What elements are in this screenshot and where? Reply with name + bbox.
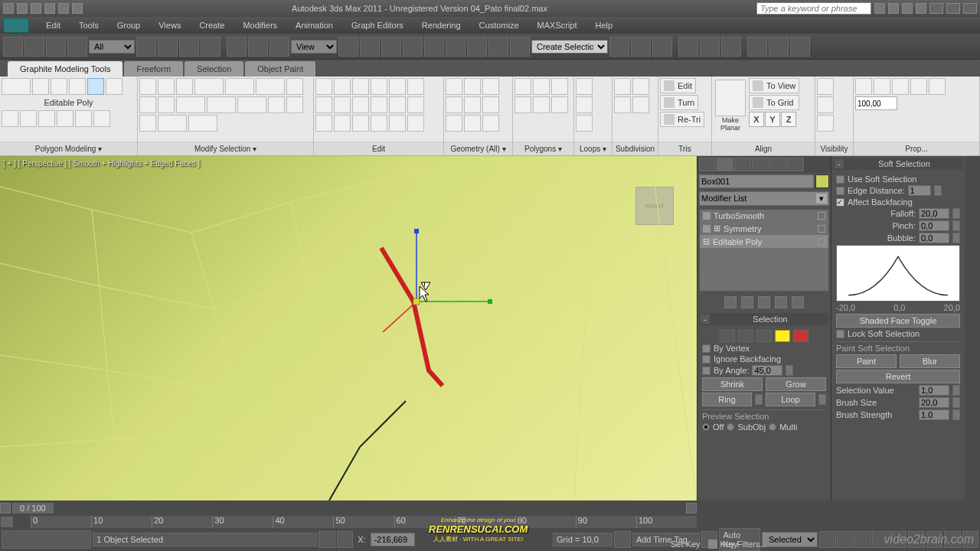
menu-graph-editors[interactable]: Graph Editors — [342, 21, 413, 30]
border-subobj-icon[interactable] — [756, 330, 772, 342]
prop-spinner[interactable] — [855, 96, 897, 110]
percent-snap-button[interactable] — [424, 37, 444, 57]
panel-label[interactable]: Polygon Modeling ▾ — [0, 142, 137, 155]
axis-x-button[interactable]: X — [749, 112, 764, 127]
ms12[interactable] — [237, 96, 266, 113]
ms14[interactable] — [286, 96, 303, 113]
l1[interactable] — [576, 78, 593, 95]
menu-views[interactable]: Views — [149, 21, 190, 30]
modifier-list-combo[interactable]: Modifier List▾ — [699, 191, 829, 206]
key-icon[interactable] — [708, 540, 717, 549]
v2[interactable] — [817, 96, 834, 113]
menu-tools[interactable]: Tools — [70, 21, 108, 30]
panel-label[interactable]: Geometry (All) ▾ — [444, 142, 512, 155]
e1[interactable] — [315, 78, 332, 95]
ms6[interactable] — [256, 78, 285, 95]
p5[interactable] — [533, 96, 550, 113]
preview-off-radio[interactable] — [702, 423, 710, 431]
vertex-mode-icon[interactable] — [32, 78, 49, 95]
preview-subobj-radio[interactable] — [727, 423, 734, 431]
e15[interactable] — [352, 115, 369, 132]
menu-create[interactable]: Create — [190, 21, 234, 30]
l3[interactable] — [576, 115, 593, 132]
ms17[interactable] — [188, 115, 217, 132]
prev-frame-icon[interactable] — [837, 531, 854, 548]
loop-button[interactable]: Loop — [766, 393, 815, 406]
rb2[interactable] — [20, 110, 37, 127]
p2[interactable] — [533, 78, 550, 95]
create-tab-icon[interactable] — [699, 158, 716, 171]
g3[interactable] — [482, 78, 499, 95]
e14[interactable] — [334, 115, 351, 132]
pr2[interactable] — [874, 78, 890, 95]
scale-button[interactable] — [270, 37, 289, 57]
lock-selection-icon[interactable] — [318, 531, 335, 548]
e18[interactable] — [407, 115, 424, 132]
e3[interactable] — [352, 78, 369, 95]
e17[interactable] — [389, 115, 406, 132]
e5[interactable] — [389, 78, 406, 95]
snap-button[interactable] — [381, 37, 401, 57]
ribbon-tab-selection[interactable]: Selection — [185, 61, 243, 77]
bubble-spinner[interactable] — [919, 233, 949, 243]
mirror-button[interactable] — [467, 37, 487, 57]
ms9[interactable] — [158, 96, 175, 113]
timeline-left-icon[interactable] — [0, 503, 11, 514]
timeline-slider[interactable]: 0 / 100 — [0, 500, 697, 516]
timeline-right-icon[interactable] — [686, 503, 697, 514]
e8[interactable] — [334, 96, 351, 113]
g8[interactable] — [464, 115, 481, 132]
falloff-spinner[interactable] — [919, 208, 949, 219]
select-button[interactable] — [136, 37, 156, 57]
use-soft-sel-checkbox[interactable] — [836, 175, 844, 184]
ignore-backfacing-checkbox[interactable] — [702, 355, 710, 364]
app-menu-icon[interactable] — [3, 18, 29, 33]
by-vertex-checkbox[interactable] — [702, 344, 710, 353]
paint-button[interactable]: Paint — [836, 354, 897, 368]
ribbon-tab-object-paint[interactable]: Object Paint — [245, 61, 315, 77]
timeline-frame-indicator[interactable]: 0 / 100 — [12, 503, 54, 514]
teapot3-button[interactable] — [790, 37, 810, 57]
ref-coord-combo[interactable]: View — [291, 40, 337, 54]
pinch-spinner[interactable] — [919, 220, 949, 231]
bulb-icon[interactable] — [703, 212, 710, 220]
key-mode-icon[interactable] — [1, 517, 13, 527]
g1[interactable] — [446, 78, 462, 95]
time-ruler[interactable]: 0102030405060708090100 — [0, 516, 697, 528]
undo-icon[interactable] — [44, 3, 55, 14]
ms3[interactable] — [176, 78, 193, 95]
redo-icon[interactable] — [58, 3, 69, 14]
selection-value-spinner[interactable] — [919, 385, 949, 396]
select-region-button[interactable] — [179, 37, 199, 57]
expand-icon[interactable] — [2, 78, 31, 95]
bulb-icon[interactable] — [703, 225, 710, 233]
shrink-button[interactable]: Shrink — [702, 377, 763, 391]
element-subobj-icon[interactable] — [793, 330, 808, 342]
select-name-button[interactable] — [158, 37, 178, 57]
vertex-subobj-icon[interactable] — [720, 330, 735, 342]
rendered-frame-button[interactable] — [700, 37, 720, 57]
viewport-label[interactable]: [ + ] [ Perspective ] [ Smooth + Highlig… — [3, 159, 200, 168]
set-key-button[interactable]: Set Key — [666, 539, 705, 549]
pivot-button[interactable] — [338, 37, 358, 57]
menu-maxscript[interactable]: MAXScript — [528, 21, 586, 30]
ms11[interactable] — [207, 96, 236, 113]
undo-button[interactable] — [3, 37, 23, 57]
ms8[interactable] — [139, 96, 156, 113]
shaded-face-toggle-button[interactable]: Shaded Face Toggle — [836, 314, 960, 328]
curve-editor-button[interactable] — [609, 37, 629, 57]
e11[interactable] — [389, 96, 406, 113]
new-icon[interactable] — [3, 3, 14, 14]
remove-modifier-icon[interactable] — [775, 296, 787, 308]
help-search-input[interactable] — [756, 2, 871, 15]
render-button[interactable] — [721, 37, 741, 57]
to-grid-button[interactable]: To Grid — [749, 95, 799, 110]
e4[interactable] — [371, 78, 387, 95]
named-selection-combo[interactable]: All — [89, 40, 135, 54]
panel-label[interactable]: Modify Selection ▾ — [138, 142, 313, 155]
g7[interactable] — [446, 115, 462, 132]
star-icon[interactable] — [902, 3, 913, 14]
l2[interactable] — [576, 96, 593, 113]
lock-soft-sel-checkbox[interactable] — [836, 330, 844, 338]
configure-sets-icon[interactable] — [792, 296, 804, 308]
